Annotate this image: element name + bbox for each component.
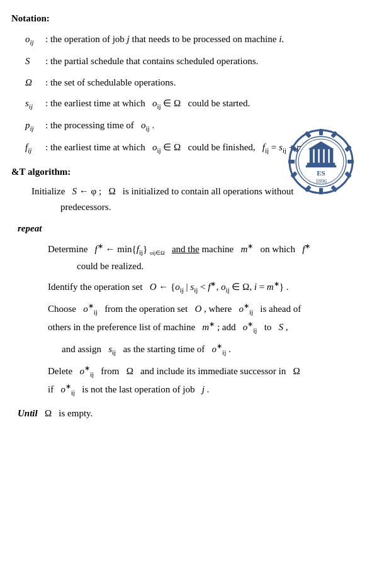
algo-determine: Determine f∗ ← min{fij} oij∈Ω and the ma…: [11, 241, 349, 274]
notation-row-omega: Ω : the set of schedulable operations.: [11, 75, 349, 90]
notation-row-oij: oij : the operation of job j that needs …: [11, 32, 349, 48]
logo-float: ES 1896: [286, 127, 356, 196]
notation-row-S: S : the partial schedule that contains s…: [11, 54, 349, 69]
algo-choose-cont: others in the preference list of machine…: [48, 319, 349, 336]
algorithm-title-text: &T algorithm:: [11, 167, 71, 177]
algo-until: Until Ω is empty.: [11, 406, 349, 421]
algo-realize: could be realized.: [48, 259, 349, 274]
algo-repeat: repeat: [11, 221, 349, 236]
svg-rect-18: [320, 149, 323, 163]
svg-point-28: [351, 160, 353, 162]
algo-predecessors: predecessors.: [31, 200, 349, 214]
algo-identify: Identify the operation set O ← {oij | si…: [11, 279, 349, 296]
university-seal-icon: ES 1896: [287, 128, 355, 196]
algo-if: if o∗ij is not the last operation of job…: [48, 381, 349, 398]
svg-point-27: [290, 160, 292, 162]
symbol-omega: Ω: [25, 75, 43, 90]
svg-point-25: [320, 130, 322, 132]
symbol-sij: sij: [25, 96, 43, 112]
symbol-S: S: [25, 54, 43, 69]
svg-rect-16: [310, 149, 313, 163]
desc-sij: : the earliest time at which oij ∈ Ω cou…: [45, 96, 349, 112]
notation-row-sij: sij : the earliest time at which oij ∈ Ω…: [11, 96, 349, 112]
desc-S: : the partial schedule that contains sch…: [45, 54, 349, 69]
svg-point-26: [320, 191, 322, 192]
until-label: Until: [18, 408, 38, 418]
desc-oij: : the operation of job j that needs to b…: [45, 32, 349, 47]
svg-text:1896: 1896: [315, 178, 327, 184]
section-title: Notation:: [11, 11, 349, 26]
repeat-label: repeat: [18, 223, 42, 233]
algo-choose: Choose o∗ij from the operation set O , w…: [11, 301, 349, 336]
svg-rect-20: [330, 149, 333, 163]
svg-rect-19: [325, 149, 328, 163]
symbol-fij: fij: [25, 140, 43, 156]
symbol-pij: pij: [25, 118, 43, 134]
algo-delete: Delete o∗ij from Ω and include its immed…: [11, 363, 349, 398]
algorithm-section: ES 1896 &T algorithm: Initialize S ← φ ;…: [11, 165, 349, 421]
desc-omega: : the set of schedulable operations.: [45, 75, 349, 90]
svg-text:ES: ES: [317, 169, 325, 177]
svg-rect-21: [307, 163, 335, 165]
section-title-text: Notation:: [11, 13, 50, 23]
svg-rect-22: [306, 165, 336, 167]
algo-assign: and assign sij as the starting time of o…: [11, 341, 349, 358]
symbol-oij: oij: [25, 32, 43, 48]
svg-rect-17: [315, 149, 318, 163]
